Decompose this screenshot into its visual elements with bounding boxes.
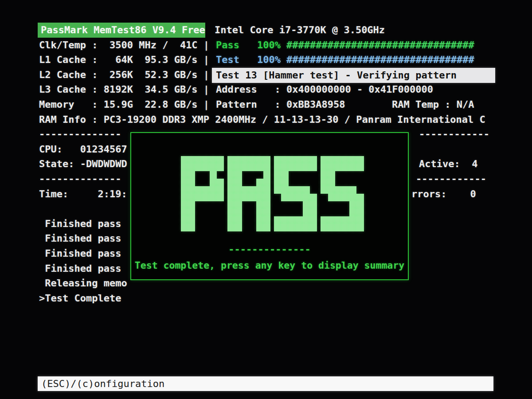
pass-result-box: -------------- Test complete, press any … xyxy=(130,132,409,280)
pass-progress-label: Pass xyxy=(216,39,239,51)
pass-progress-percent: 100% xyxy=(257,39,281,51)
state-row: State: -DWDWDWD xyxy=(39,158,127,170)
current-test-text: Test 13 [Hammer test] - Verifying patter… xyxy=(212,68,495,83)
log-line-finished-3: Finished pass xyxy=(39,248,121,259)
pass-letter-P xyxy=(181,156,224,231)
test-progress-bar: ################################ xyxy=(286,54,474,66)
pass-letter-A xyxy=(227,156,270,231)
cpu-model: Intel Core i7-3770K @ 3.50GHz xyxy=(215,24,385,36)
cpu-count-row: CPU: 01234567 xyxy=(39,144,127,155)
log-line-finished-1: Finished pass xyxy=(39,218,121,230)
memtest-screen: PassMark MemTest86 V9.4 Free Intel Core … xyxy=(0,0,532,399)
log-line-finished-4: Finished pass xyxy=(39,263,121,274)
sysinfo-row-clk-temp: Clk/Temp : 3500 MHz / 41C | xyxy=(39,39,209,51)
pass-box-message: Test complete, press any key to display … xyxy=(131,260,408,271)
log-line-finished-2: Finished pass xyxy=(39,233,121,244)
config-hint[interactable]: (ESC)/(c)onfiguration xyxy=(38,376,493,391)
error-count: rrors: 0 xyxy=(411,188,476,200)
pass-letters xyxy=(181,156,364,231)
sysinfo-row-l2-cache: L2 Cache : 256K 52.3 GB/s | xyxy=(39,69,209,81)
separator-right-bottom: ------------ xyxy=(416,173,486,185)
test-progress-label: Test xyxy=(216,54,239,66)
pass-letter-S xyxy=(321,156,364,231)
log-line-test-complete: >Test Complete xyxy=(39,293,121,304)
pass-box-divider: -------------- xyxy=(131,244,408,255)
app-title: PassMark MemTest86 V9.4 Free xyxy=(38,23,205,38)
time-row: Time: 2:19: xyxy=(39,188,127,200)
sysinfo-row-l1-cache: L1 Cache : 64K 95.3 GB/s | xyxy=(39,54,209,66)
sysinfo-row-ram-info: RAM Info : PC3-19200 DDR3 XMP 2400MHz / … xyxy=(39,114,485,125)
separator-left-top: -------------- xyxy=(39,129,121,140)
app-title-bar: PassMark MemTest86 V9.4 Free xyxy=(38,23,205,38)
active-count: Active: 4 xyxy=(419,158,477,170)
separator-left-bottom: -------------- xyxy=(39,173,121,185)
pass-progress-bar: ################################ xyxy=(286,39,474,51)
sysinfo-row-l3-cache: L3 Cache : 8192K 34.5 GB/s | xyxy=(39,84,209,95)
separator-right-top: ------------ xyxy=(419,129,489,140)
test-progress-percent: 100% xyxy=(257,54,281,66)
current-test-banner: Test 13 [Hammer test] - Verifying patter… xyxy=(212,68,495,83)
sysinfo-row-memory: Memory : 15.9G 22.8 GB/s | xyxy=(39,99,209,110)
log-line-releasing: Releasing memo xyxy=(39,278,127,289)
address-row: Address : 0x400000000 - 0x41F000000 xyxy=(216,84,433,95)
footer-bar: (ESC)/(c)onfiguration xyxy=(38,376,493,391)
pass-letter-S xyxy=(274,156,317,231)
pattern-row: Pattern : 0xBB3A8958 xyxy=(216,99,345,110)
ram-temp: RAM Temp : N/A xyxy=(392,99,474,110)
